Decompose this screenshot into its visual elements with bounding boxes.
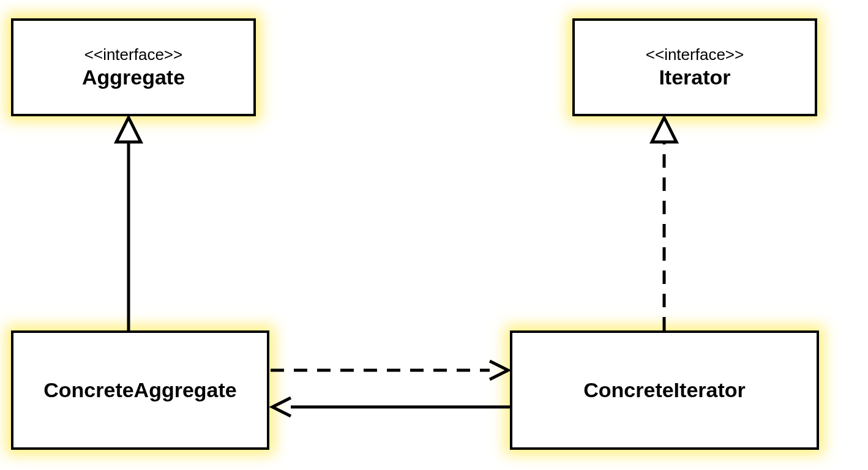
- dependency-arrow: [271, 361, 508, 379]
- stereotype-label: <<interface>>: [646, 45, 744, 64]
- class-name: ConcreteIterator: [583, 378, 746, 402]
- class-name: Aggregate: [82, 65, 185, 89]
- box-aggregate: <<interface>> Aggregate: [11, 18, 256, 116]
- class-name: ConcreteAggregate: [43, 378, 237, 402]
- box-iterator: <<interface>> Iterator: [572, 18, 817, 116]
- box-concrete-iterator: ConcreteIterator: [510, 330, 819, 450]
- svg-marker-3: [652, 118, 676, 142]
- diagram-canvas: <<interface>> Aggregate <<interface>> It…: [0, 0, 868, 470]
- realization-iterator: [652, 118, 676, 330]
- svg-marker-1: [116, 118, 141, 142]
- association-arrow: [272, 398, 510, 416]
- stereotype-label: <<interface>>: [84, 45, 182, 64]
- class-name: Iterator: [659, 65, 730, 89]
- realization-aggregate: [116, 118, 141, 330]
- box-concrete-aggregate: ConcreteAggregate: [11, 330, 269, 450]
